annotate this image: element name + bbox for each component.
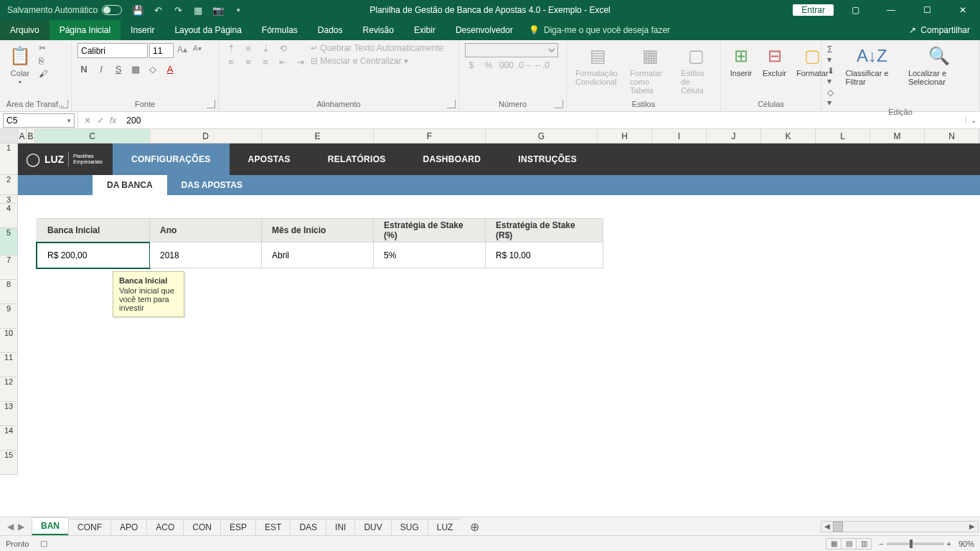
format-as-table-button[interactable]: ▦Formatar como Tabela <box>627 43 674 96</box>
font-size-select[interactable] <box>149 43 174 58</box>
minimize-icon[interactable]: — <box>877 0 905 20</box>
align-right-icon[interactable]: ≡ <box>259 57 272 67</box>
col-b[interactable]: B <box>27 129 35 143</box>
bold-button[interactable]: N <box>77 64 90 75</box>
cut-icon[interactable]: ✂ <box>39 43 47 53</box>
sheet-tab-duv[interactable]: DUV <box>354 519 391 535</box>
page-layout-view-icon[interactable]: ▤ <box>841 538 857 550</box>
decrease-font-icon[interactable]: A▾ <box>191 43 204 58</box>
select-all-button[interactable] <box>0 129 18 143</box>
row-8[interactable]: 8 <box>0 280 18 304</box>
cells-area[interactable]: ◯ LUZ Planilhas Empresariais CONFIGURAÇÕ… <box>18 143 980 495</box>
camera-icon[interactable]: 📷 <box>212 4 224 16</box>
row-15[interactable]: 15 <box>0 451 18 475</box>
col-i[interactable]: I <box>652 129 707 143</box>
row-14[interactable]: 14 <box>0 426 18 451</box>
col-j[interactable]: J <box>707 129 761 143</box>
orientation-icon[interactable]: ⟲ <box>276 43 289 54</box>
row-9[interactable]: 9 <box>0 304 18 329</box>
cell-banca-inicial[interactable]: R$ 200,00 <box>37 242 150 268</box>
autosum-icon[interactable]: Σ ▾ <box>827 44 839 65</box>
row-13[interactable]: 13 <box>0 402 18 426</box>
macro-record-icon[interactable]: ▢ <box>40 539 47 548</box>
align-middle-icon[interactable]: ≡ <box>242 43 255 54</box>
nav-relatorios[interactable]: RELATÓRIOS <box>309 143 405 175</box>
insert-cells-button[interactable]: ⊞Inserir <box>727 43 755 79</box>
sheet-tab-esp[interactable]: ESP <box>220 519 256 535</box>
subtab-das-apostas[interactable]: DAS APOSTAS <box>167 175 257 195</box>
italic-button[interactable]: I <box>95 64 108 75</box>
sheet-tab-con[interactable]: CON <box>183 519 221 535</box>
format-painter-icon[interactable]: 🖌 <box>39 69 47 79</box>
sheet-tab-apo[interactable]: APO <box>110 519 147 535</box>
tab-home[interactable]: Página Inicial <box>50 20 121 40</box>
nav-apostas[interactable]: APOSTAS <box>230 143 309 175</box>
alignment-launcher-icon[interactable] <box>447 100 456 108</box>
cancel-formula-icon[interactable]: ✕ <box>84 116 91 126</box>
col-e[interactable]: E <box>262 129 374 143</box>
tab-formulas[interactable]: Fórmulas <box>252 20 308 40</box>
col-h[interactable]: H <box>598 129 652 143</box>
sheet-tab-conf[interactable]: CONF <box>68 519 111 535</box>
copy-icon[interactable]: ⎘ <box>39 56 47 66</box>
col-m[interactable]: M <box>870 129 925 143</box>
font-launcher-icon[interactable] <box>207 100 215 108</box>
add-sheet-button[interactable]: ⊕ <box>461 519 488 535</box>
row-7[interactable]: 7 <box>0 255 18 280</box>
row-11[interactable]: 11 <box>0 353 18 377</box>
normal-view-icon[interactable]: ▦ <box>826 538 842 550</box>
cell-stake-rs[interactable]: R$ 10,00 <box>486 242 603 268</box>
nav-instrucoes[interactable]: INSTRUÇÕES <box>499 143 595 175</box>
col-c[interactable]: C <box>35 129 150 143</box>
zoom-slider[interactable]: − + <box>879 540 951 548</box>
row-2[interactable]: 2 <box>0 175 18 195</box>
maximize-icon[interactable]: ☐ <box>913 0 941 20</box>
sheet-tab-ini[interactable]: INI <box>326 519 355 535</box>
sheet-tab-est[interactable]: EST <box>255 519 291 535</box>
delete-cells-button[interactable]: ⊟Excluir <box>760 43 789 79</box>
sheet-tab-luz[interactable]: LUZ <box>428 519 463 535</box>
nav-dashboard[interactable]: DASHBOARD <box>405 143 500 175</box>
page-break-view-icon[interactable]: ▥ <box>856 538 872 550</box>
new-sheet-icon[interactable]: ▦ <box>192 4 204 16</box>
sheet-tab-aco[interactable]: ACO <box>146 519 184 535</box>
col-d[interactable]: D <box>150 129 262 143</box>
increase-font-icon[interactable]: A▴ <box>175 43 189 58</box>
autosave-toggle[interactable]: Salvamento Automático <box>7 5 122 15</box>
align-left-icon[interactable]: ≡ <box>225 57 237 67</box>
number-launcher-icon[interactable] <box>555 100 563 108</box>
tab-layout[interactable]: Layout da Página <box>164 20 251 40</box>
cell-mes[interactable]: Abril <box>262 242 374 268</box>
enter-formula-icon[interactable]: ✓ <box>97 116 104 126</box>
col-g[interactable]: G <box>486 129 598 143</box>
close-icon[interactable]: ✕ <box>948 0 977 20</box>
fill-color-button[interactable]: ◇ <box>146 64 159 75</box>
sheet-prev-icon[interactable]: ◀ <box>7 522 14 532</box>
increase-decimal-icon[interactable]: .0→ <box>517 60 529 70</box>
undo-icon[interactable]: ↶ <box>152 4 164 16</box>
tab-view[interactable]: Exibir <box>404 20 446 40</box>
redo-icon[interactable]: ↷ <box>172 4 184 16</box>
sheet-tab-ban[interactable]: BAN <box>32 517 69 535</box>
row-12[interactable]: 12 <box>0 377 18 402</box>
worksheet-grid[interactable]: A B C D E F G H I J K L M N 1 2 3 4 5 7 … <box>0 129 980 495</box>
row-3[interactable]: 3 <box>0 195 18 204</box>
col-l[interactable]: L <box>816 129 870 143</box>
col-k[interactable]: K <box>761 129 816 143</box>
nav-configuracoes[interactable]: CONFIGURAÇÕES <box>113 143 230 175</box>
zoom-out-icon[interactable]: − <box>879 540 883 548</box>
merge-center-button[interactable]: ⊟ Mesclar e Centralizar ▾ <box>311 56 443 66</box>
number-format-select[interactable] <box>465 43 558 57</box>
col-n[interactable]: N <box>925 129 979 143</box>
ribbon-options-icon[interactable]: ▢ <box>841 0 870 20</box>
scroll-left-icon[interactable]: ◀ <box>821 522 833 530</box>
cell-ano[interactable]: 2018 <box>150 242 262 268</box>
col-a[interactable]: A <box>18 129 27 143</box>
tell-me-search[interactable]: 💡 Diga-me o que você deseja fazer <box>529 20 670 40</box>
clipboard-launcher-icon[interactable] <box>60 100 68 108</box>
col-f[interactable]: F <box>374 129 486 143</box>
indent-increase-icon[interactable]: ⇥ <box>293 57 306 67</box>
align-top-icon[interactable]: ⇡ <box>225 43 237 54</box>
scroll-thumb[interactable] <box>833 522 843 532</box>
share-button[interactable]: ↗ Compartilhar <box>899 20 980 40</box>
